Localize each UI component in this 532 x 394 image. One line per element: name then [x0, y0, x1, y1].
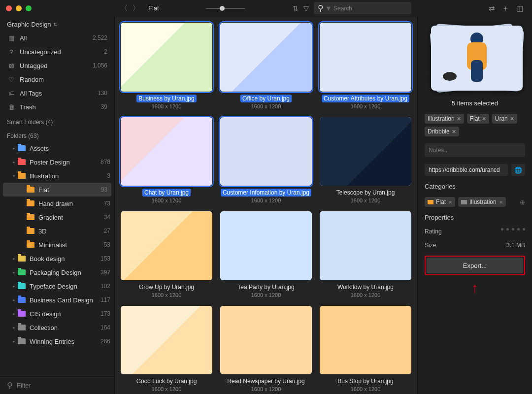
- thumbnail-tile[interactable]: Chat by Uran.jpg1600 x 1200: [121, 117, 212, 204]
- thumbnail-image[interactable]: [320, 117, 411, 186]
- nav-back-icon[interactable]: 〈: [121, 4, 128, 13]
- thumbnail-tile[interactable]: Telescope by Uran.jpg1600 x 1200: [320, 117, 411, 204]
- properties-label: Properties: [425, 214, 525, 221]
- folder-minimalist[interactable]: Minimalist53: [0, 238, 114, 252]
- folder-label: Typeface Design: [30, 283, 77, 290]
- chevron-icon[interactable]: ▸: [11, 284, 17, 289]
- category-chip[interactable]: Illustration✕: [458, 197, 506, 207]
- thumbnail-tile[interactable]: Customer Infomation by Uran.jpg1600 x 12…: [220, 117, 312, 204]
- thumbnail-tile[interactable]: Bus Stop by Uran.jpg1600 x 1200: [320, 306, 411, 393]
- maximize-window-button[interactable]: [26, 5, 32, 11]
- folder-book-design[interactable]: ▸Book design153: [0, 252, 114, 265]
- folder-flat[interactable]: Flat93: [3, 183, 111, 197]
- add-category-button[interactable]: ⊕: [520, 198, 525, 206]
- folder-business-card-design[interactable]: ▸Business Card Design117: [0, 293, 114, 307]
- search-input[interactable]: [333, 5, 407, 12]
- thumbnail-tile[interactable]: Grow Up by Uran.jpg1600 x 1200: [121, 211, 212, 298]
- open-url-button[interactable]: 🌐: [511, 164, 525, 176]
- thumbnail-image[interactable]: [220, 117, 312, 186]
- remove-tag-icon[interactable]: ✕: [457, 116, 461, 122]
- sidebar-item-untagged[interactable]: ⊠Untagged1,056: [0, 59, 114, 72]
- folder-3d[interactable]: 3D27: [0, 224, 114, 238]
- rating-control[interactable]: [501, 228, 525, 235]
- thumbnail-tile[interactable]: Customer Attributes by Uran.jpg1600 x 12…: [320, 23, 411, 109]
- chevron-icon[interactable]: ▸: [11, 311, 17, 316]
- thumbnail-tile[interactable]: Workflow by Uran.jpg1600 x 1200: [320, 211, 411, 298]
- chevron-icon[interactable]: ▸: [11, 270, 17, 275]
- category-chip[interactable]: Flat✕: [425, 197, 455, 207]
- sort-icon[interactable]: ⇅: [293, 4, 299, 12]
- thumbnail-image[interactable]: [220, 23, 312, 92]
- sidebar-item-random[interactable]: ♡Random: [0, 72, 114, 86]
- sidebar-item-all[interactable]: ▦All2,522: [0, 31, 114, 45]
- chevron-icon[interactable]: ▸: [11, 256, 17, 261]
- sidebar-item-uncategorized[interactable]: ?Uncategorized2: [0, 45, 114, 59]
- thumbnail-image[interactable]: [320, 211, 411, 280]
- thumbnail-image[interactable]: [320, 306, 411, 375]
- folder-count: 27: [104, 228, 110, 234]
- thumbnail-tile[interactable]: Office by Uran.jpg1600 x 1200: [220, 23, 312, 109]
- tag-chip[interactable]: Illustration✕: [425, 114, 464, 124]
- thumbnail-image[interactable]: [220, 211, 312, 280]
- folder-collection[interactable]: ▸Collection164: [0, 321, 114, 334]
- folder-packaging-design[interactable]: ▸Packaging Design397: [0, 265, 114, 279]
- folder-winning-entries[interactable]: ▸Winning Entries266: [0, 334, 114, 348]
- chevron-icon[interactable]: ▸: [11, 297, 17, 302]
- thumbnail-image[interactable]: [121, 117, 212, 186]
- remove-tag-icon[interactable]: ✕: [482, 116, 486, 122]
- remove-category-icon[interactable]: ✕: [499, 199, 503, 205]
- sync-icon[interactable]: ⇄: [489, 4, 495, 13]
- thumbnail-image[interactable]: [121, 306, 212, 375]
- folder-poster-design[interactable]: ▸Poster Design878: [0, 155, 114, 169]
- sidebar-filter[interactable]: ⚲: [0, 376, 114, 394]
- minimize-window-button[interactable]: [16, 5, 22, 11]
- smart-folders-section[interactable]: Smart Folders (4): [0, 114, 114, 128]
- chevron-icon[interactable]: ▾: [11, 173, 17, 178]
- chevron-icon[interactable]: ▸: [11, 146, 17, 151]
- library-title[interactable]: Graphic Design⇅: [0, 19, 114, 31]
- thumbnail-image[interactable]: [121, 23, 212, 92]
- remove-category-icon[interactable]: ✕: [448, 199, 452, 205]
- add-icon[interactable]: ＋: [502, 4, 509, 13]
- thumbnail-image[interactable]: [220, 306, 312, 375]
- folder-label: Assets: [30, 145, 49, 152]
- folder-typeface-design[interactable]: ▸Typeface Design102: [0, 279, 114, 293]
- chevron-icon[interactable]: ▸: [11, 160, 17, 164]
- filter-icon[interactable]: ▽: [303, 4, 309, 12]
- thumbnail-tile[interactable]: Business by Uran.jpg1600 x 1200: [121, 23, 212, 109]
- notes-input[interactable]: [425, 143, 525, 157]
- url-input[interactable]: [425, 164, 508, 176]
- sidebar-item-trash[interactable]: 🗑Trash39: [0, 100, 114, 114]
- tag-chip[interactable]: Dribbble✕: [425, 127, 459, 136]
- tag-label: Dribbble: [428, 128, 450, 135]
- thumbnail-tile[interactable]: Read Newspaper by Uran.jpg1600 x 1200: [220, 306, 312, 393]
- folder-gradient[interactable]: Gradient34: [0, 210, 114, 224]
- tag-chip[interactable]: Flat✕: [467, 114, 489, 124]
- tag-chip[interactable]: Uran✕: [492, 114, 517, 124]
- folders-section[interactable]: Folders (63): [0, 128, 114, 141]
- sidebar-toggle-icon[interactable]: ◫: [516, 4, 523, 13]
- thumbnail-size-slider[interactable]: [206, 8, 245, 9]
- remove-tag-icon[interactable]: ✕: [510, 116, 514, 122]
- chevron-icon[interactable]: ▸: [11, 339, 17, 344]
- remove-tag-icon[interactable]: ✕: [452, 129, 456, 135]
- folder-assets[interactable]: ▸Assets: [0, 141, 114, 155]
- thumbnail-image[interactable]: [121, 211, 212, 280]
- sidebar-item-all-tags[interactable]: 🏷All Tags130: [0, 86, 114, 100]
- chevron-icon[interactable]: ▸: [11, 325, 17, 330]
- search-box[interactable]: ⚲ ▾: [314, 2, 411, 14]
- nav-forward-icon[interactable]: 〉: [133, 4, 139, 13]
- export-button[interactable]: Export...: [427, 258, 523, 273]
- breadcrumb[interactable]: Flat: [148, 4, 159, 12]
- thumbnail-tile[interactable]: Tea Party by Uran.jpg1600 x 1200: [220, 211, 312, 298]
- tile-dimensions: 1600 x 1200: [351, 197, 381, 203]
- thumbnail-image[interactable]: [320, 23, 411, 92]
- tile-name: Tea Party by Uran.jpg: [235, 283, 296, 291]
- thumbnail-tile[interactable]: Good Luck by Uran.jpg1600 x 1200: [121, 306, 212, 393]
- close-window-button[interactable]: [6, 5, 12, 11]
- filter-icon: ⚲: [7, 381, 13, 390]
- folder-hand-drawn[interactable]: Hand drawn73: [0, 197, 114, 210]
- filter-input[interactable]: [17, 382, 107, 389]
- folder-cis-design[interactable]: ▸CIS design173: [0, 307, 114, 321]
- folder-illustration[interactable]: ▾Illustration3: [0, 169, 114, 183]
